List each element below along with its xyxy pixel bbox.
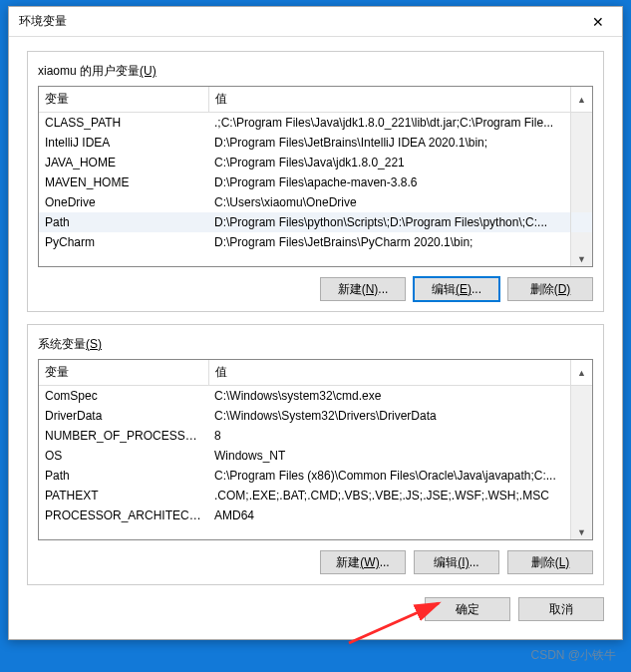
- var-value: C:\Program Files (x86)\Common Files\Orac…: [208, 466, 571, 486]
- table-row[interactable]: PATHEXT.COM;.EXE;.BAT;.CMD;.VBS;.VBE;.JS…: [39, 486, 592, 505]
- dialog-buttons: 确定 取消: [27, 597, 604, 621]
- user-vars-table-wrap: 变量 值 ▲ CLASS_PATH.;C:\Program Files\Java…: [38, 86, 593, 267]
- table-row[interactable]: PathC:\Program Files (x86)\Common Files\…: [39, 466, 592, 486]
- table-row[interactable]: DriverDataC:\Windows\System32\Drivers\Dr…: [39, 406, 592, 426]
- watermark: CSDN @小铁牛: [530, 647, 616, 664]
- system-vars-buttons: 新建(W)... 编辑(I)... 删除(L): [38, 550, 593, 574]
- system-vars-label: 系统变量(S): [34, 336, 106, 353]
- system-edit-button[interactable]: 编辑(I)...: [414, 550, 499, 574]
- var-value: AMD64: [208, 505, 571, 525]
- table-row[interactable]: PyCharmD:\Program Files\JetBrains\PyChar…: [39, 232, 592, 252]
- env-vars-dialog: 环境变量 ✕ xiaomu 的用户变量(U) 变量 值 ▲: [8, 6, 623, 640]
- user-edit-button[interactable]: 编辑(E)...: [414, 277, 499, 301]
- ok-button[interactable]: 确定: [425, 597, 510, 621]
- var-name: PROCESSOR_ARCHITECT...: [39, 505, 208, 525]
- var-name: Path: [39, 212, 208, 232]
- scroll-down-icon[interactable]: ▼: [571, 525, 592, 539]
- var-value: Windows_NT: [208, 446, 571, 466]
- var-name: OneDrive: [39, 192, 208, 212]
- table-row[interactable]: CLASS_PATH.;C:\Program Files\Java\jdk1.8…: [39, 113, 592, 134]
- system-vars-table[interactable]: 变量 值 ▲ ComSpecC:\Windows\system32\cmd.ex…: [39, 360, 592, 539]
- window-title: 环境变量: [19, 13, 67, 30]
- col-header-variable[interactable]: 变量: [39, 360, 208, 386]
- var-value: C:\Program Files\Java\jdk1.8.0_221: [208, 153, 571, 172]
- dialog-content: xiaomu 的用户变量(U) 变量 值 ▲ CLASS_PATH.;C:\Pr…: [9, 37, 622, 639]
- table-row[interactable]: NUMBER_OF_PROCESSORS8: [39, 426, 592, 446]
- var-name: CLASS_PATH: [39, 113, 208, 134]
- var-name: PATHEXT: [39, 486, 208, 505]
- col-header-value[interactable]: 值: [208, 87, 571, 113]
- system-vars-group: 系统变量(S) 变量 值 ▲ ComSpecC:\Windows\system3…: [27, 324, 604, 585]
- close-icon: ✕: [592, 14, 604, 30]
- table-row[interactable]: MAVEN_HOMED:\Program Files\apache-maven-…: [39, 172, 592, 192]
- var-value: .COM;.EXE;.BAT;.CMD;.VBS;.VBE;.JS;.JSE;.…: [208, 486, 571, 505]
- var-name: MAVEN_HOME: [39, 172, 208, 192]
- var-name: NUMBER_OF_PROCESSORS: [39, 426, 208, 446]
- var-value: C:\Users\xiaomu\OneDrive: [208, 192, 571, 212]
- scroll-down-icon[interactable]: ▼: [571, 252, 592, 266]
- var-name: ComSpec: [39, 386, 208, 407]
- table-row[interactable]: JAVA_HOMEC:\Program Files\Java\jdk1.8.0_…: [39, 153, 592, 172]
- table-row[interactable]: PathD:\Program Files\python\Scripts\;D:\…: [39, 212, 592, 232]
- user-vars-label: xiaomu 的用户变量(U): [34, 63, 160, 80]
- col-header-value[interactable]: 值: [208, 360, 571, 386]
- system-new-button[interactable]: 新建(W)...: [320, 550, 406, 574]
- system-vars-table-wrap: 变量 值 ▲ ComSpecC:\Windows\system32\cmd.ex…: [38, 359, 593, 540]
- var-name: PyCharm: [39, 232, 208, 252]
- var-name: DriverData: [39, 406, 208, 426]
- user-vars-buttons: 新建(N)... 编辑(E)... 删除(D): [38, 277, 593, 301]
- close-button[interactable]: ✕: [576, 8, 620, 36]
- var-value: .;C:\Program Files\Java\jdk1.8.0_221\lib…: [208, 113, 571, 134]
- user-vars-table[interactable]: 变量 值 ▲ CLASS_PATH.;C:\Program Files\Java…: [39, 87, 592, 266]
- user-new-button[interactable]: 新建(N)...: [320, 277, 406, 301]
- var-value: D:\Program Files\python\Scripts\;D:\Prog…: [208, 212, 571, 232]
- var-value: C:\Windows\system32\cmd.exe: [208, 386, 571, 407]
- var-value: D:\Program Files\apache-maven-3.8.6: [208, 172, 571, 192]
- user-vars-group: xiaomu 的用户变量(U) 变量 值 ▲ CLASS_PATH.;C:\Pr…: [27, 51, 604, 312]
- var-name: JAVA_HOME: [39, 153, 208, 172]
- table-row[interactable]: PROCESSOR_ARCHITECT...AMD64: [39, 505, 592, 525]
- system-delete-button[interactable]: 删除(L): [507, 550, 593, 574]
- var-value: 8: [208, 426, 571, 446]
- table-row[interactable]: ComSpecC:\Windows\system32\cmd.exe: [39, 386, 592, 407]
- table-row[interactable]: OSWindows_NT: [39, 446, 592, 466]
- var-name: OS: [39, 446, 208, 466]
- col-header-variable[interactable]: 变量: [39, 87, 208, 113]
- var-name: IntelliJ IDEA: [39, 133, 208, 153]
- var-value: C:\Windows\System32\Drivers\DriverData: [208, 406, 571, 426]
- table-row[interactable]: OneDriveC:\Users\xiaomu\OneDrive: [39, 192, 592, 212]
- scroll-up-icon[interactable]: ▲: [571, 87, 592, 113]
- cancel-button[interactable]: 取消: [518, 597, 604, 621]
- var-value: D:\Program Files\JetBrains\PyCharm 2020.…: [208, 232, 571, 252]
- var-value: D:\Program Files\JetBrains\IntelliJ IDEA…: [208, 133, 571, 153]
- table-row[interactable]: IntelliJ IDEAD:\Program Files\JetBrains\…: [39, 133, 592, 153]
- scroll-up-icon[interactable]: ▲: [571, 360, 592, 386]
- var-name: Path: [39, 466, 208, 486]
- titlebar: 环境变量 ✕: [9, 7, 622, 37]
- user-delete-button[interactable]: 删除(D): [507, 277, 593, 301]
